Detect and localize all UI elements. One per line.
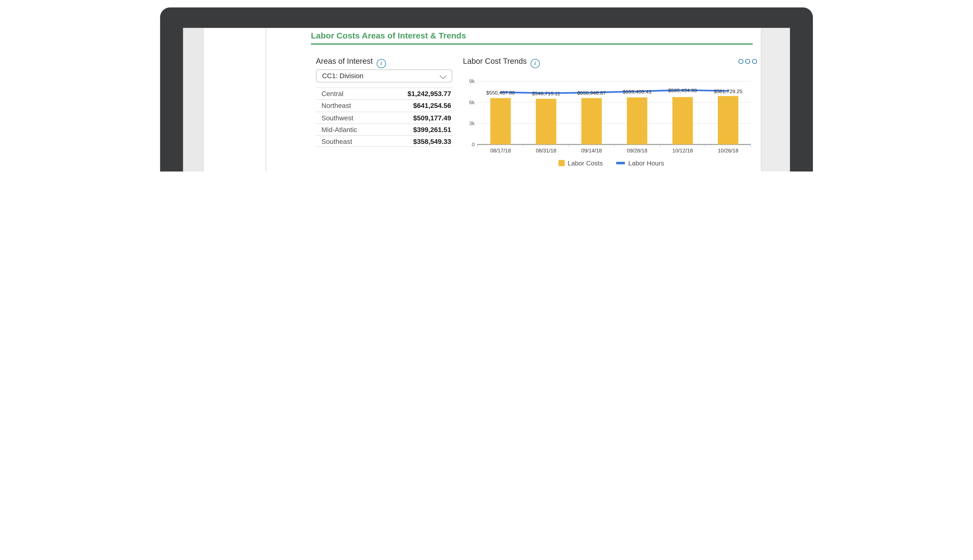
svg-text:09/14/18: 09/14/18: [581, 148, 602, 153]
svg-text:$565,434.90: $565,434.90: [668, 88, 697, 93]
svg-text:10/26/18: 10/26/18: [718, 148, 738, 153]
areas-table-row: Southeast$358,549.33: [316, 135, 453, 147]
svg-text:0: 0: [472, 142, 475, 148]
svg-text:08/17/18: 08/17/18: [490, 148, 511, 153]
trends-legend: Labor Costs Labor Hours: [478, 160, 744, 167]
labor-costs-swatch: [558, 160, 565, 166]
legend-item-labor-hours: Labor Hours: [617, 160, 664, 167]
monitor-mockup: Labor Costs Areas of Interest & Trends A…: [0, 0, 973, 172]
areas-of-interest-table: Central$1,242,953.77Northeast$641,254.56…: [316, 88, 453, 147]
svg-text:$550,948.87: $550,948.87: [577, 90, 606, 96]
svg-text:$550,467.80: $550,467.80: [486, 90, 515, 96]
page-left-gutter: [183, 28, 204, 172]
trends-chart[interactable]: 03k6k9k08/17/1808/31/1809/14/1809/28/181…: [465, 76, 752, 155]
trends-panel-title: Labor Cost Trendsi: [463, 57, 540, 68]
areas-of-interest-title-label: Areas of Interest: [316, 57, 373, 66]
svg-text:10/12/18: 10/12/18: [672, 148, 693, 153]
areas-table-row: Mid-Atlantic$399,261.51: [316, 123, 453, 135]
areas-of-interest-panel-title: Areas of Interesti: [316, 57, 386, 68]
areas-of-interest-dropdown[interactable]: CC1: Division: [316, 69, 453, 82]
svg-text:$559,408.43: $559,408.43: [623, 89, 651, 95]
legend-label: Labor Costs: [568, 160, 603, 167]
svg-text:09/28/18: 09/28/18: [627, 148, 647, 153]
chevron-down-icon: [440, 72, 446, 79]
areas-table-row: Southwest$509,177.49: [316, 112, 453, 123]
areas-table-row: Central$1,242,953.77: [316, 88, 453, 100]
content-left-divider: [266, 28, 266, 172]
svg-text:$581,729.25: $581,729.25: [714, 88, 742, 94]
trends-menu-ellipsis-icon[interactable]: [739, 59, 757, 64]
section-rule: [311, 43, 753, 45]
legend-label: Labor Hours: [628, 160, 664, 167]
svg-text:08/31/18: 08/31/18: [536, 148, 556, 153]
legend-item-labor-costs: Labor Costs: [558, 160, 603, 167]
screen: Labor Costs Areas of Interest & Trends A…: [183, 28, 790, 172]
labor-hours-swatch: [617, 162, 625, 164]
info-icon[interactable]: i: [530, 58, 540, 68]
svg-text:9k: 9k: [469, 78, 475, 84]
dropdown-selected-value: CC1: Division: [322, 72, 363, 79]
section-title-areas-trends: Labor Costs Areas of Interest & Trends: [311, 31, 466, 40]
areas-table-row: Northeast$641,254.56: [316, 99, 453, 112]
info-icon[interactable]: i: [376, 58, 386, 68]
svg-text:3k: 3k: [469, 120, 475, 127]
svg-text:$546,715.11: $546,715.11: [532, 91, 560, 97]
page-right-gutter: [761, 28, 790, 172]
svg-text:6k: 6k: [469, 99, 475, 105]
trends-title-label: Labor Cost Trends: [463, 57, 527, 66]
